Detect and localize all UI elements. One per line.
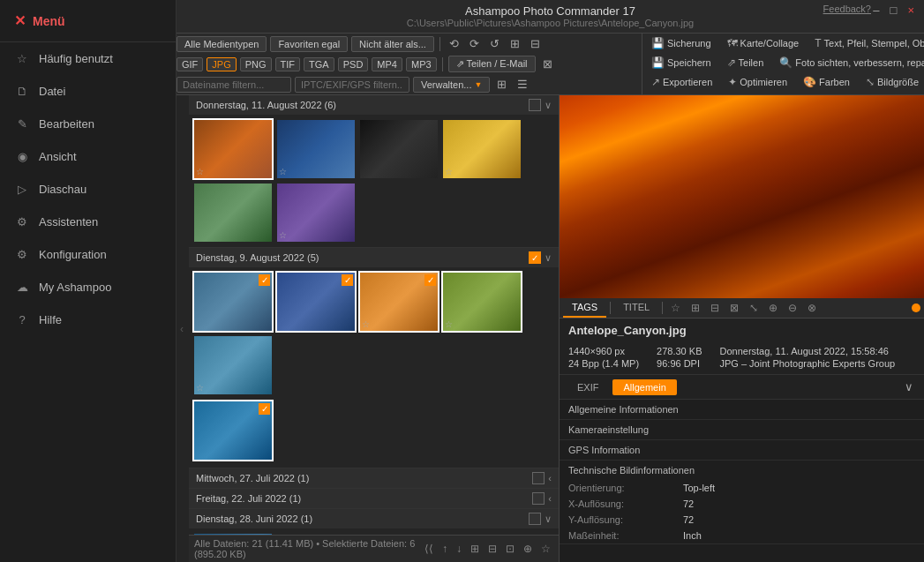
media-type-dropdown[interactable]: Alle Medientypen xyxy=(177,36,267,52)
date-header-4[interactable]: Dienstag, 28. Juni 2022 (1) ∨ xyxy=(189,509,559,528)
karte-button[interactable]: 🗺 Karte/Collage xyxy=(724,35,803,51)
format-psd[interactable]: PSD xyxy=(338,57,369,71)
nav-list-button[interactable]: ⊟ xyxy=(485,542,500,556)
icon1-button[interactable]: ⊞ xyxy=(507,35,523,52)
sicherung-button[interactable]: 💾 Sicherung xyxy=(648,35,715,51)
group-checkbox-2[interactable] xyxy=(532,472,545,484)
tab-icon-5[interactable]: ⊕ xyxy=(764,299,782,317)
filename-filter-input[interactable] xyxy=(177,77,291,93)
date-header-2[interactable]: Mittwoch, 27. Juli 2022 (1) ‹ xyxy=(189,468,559,488)
collapse-arrow-0[interactable]: ∨ xyxy=(545,100,552,111)
foto-sichten-button[interactable]: 🔍 Foto sichten, verbessern, reparieren xyxy=(776,55,924,71)
thumb-1-1[interactable]: ✓ xyxy=(275,271,357,333)
speichern-button[interactable]: 💾 Speichern xyxy=(648,55,715,71)
share-icon-btn[interactable]: ⊠ xyxy=(539,56,556,72)
thumb-0-5[interactable]: ☆ xyxy=(275,182,357,244)
date-header-1[interactable]: Dienstag, 9. August 2022 (5) ✓ ∨ xyxy=(189,248,559,267)
section-title-2[interactable]: GPS Information xyxy=(560,440,924,460)
nav-prev-button[interactable]: ↑ xyxy=(439,542,450,556)
iptc-filter-input[interactable] xyxy=(295,77,409,93)
farben-button[interactable]: 🎨 Farben xyxy=(800,74,853,90)
subtab-allgemein[interactable]: Allgemein xyxy=(612,379,676,395)
nav-star-button[interactable]: ☆ xyxy=(538,542,553,556)
teilen-button[interactable]: ⇗ Teilen xyxy=(724,55,768,71)
icon2-button[interactable]: ⊟ xyxy=(527,35,544,52)
thumb-chk-1-1[interactable]: ✓ xyxy=(342,274,353,286)
thumb-1-4[interactable]: ☆ xyxy=(192,334,274,396)
thumb-0-3[interactable]: ☆ xyxy=(441,118,522,180)
format-tif[interactable]: TIF xyxy=(275,57,301,71)
sidebar-item-ansicht[interactable]: ◉ Ansicht xyxy=(0,140,176,173)
nav-zoom-button[interactable]: ⊕ xyxy=(521,542,535,556)
feedback-link[interactable]: Feedback? xyxy=(823,4,871,14)
thumb-chk-1-0[interactable]: ✓ xyxy=(259,274,270,286)
tab-icon-1[interactable]: ⊞ xyxy=(687,299,704,317)
thumb-1-2[interactable]: ☆ ✓ xyxy=(358,271,439,333)
sidebar-item-datei[interactable]: 🗋 Datei xyxy=(0,75,176,108)
exportieren-button[interactable]: ↗ Exportieren xyxy=(648,74,716,90)
tab-icon-6[interactable]: ⊖ xyxy=(784,299,801,317)
section-title-3[interactable]: Technische Bildinformationen xyxy=(560,461,924,480)
manage-button[interactable]: Verwalten... ▼ xyxy=(413,77,490,93)
tab-icon-2[interactable]: ⊟ xyxy=(706,299,724,317)
bildgroesse-button[interactable]: ⤡ Bildgröße xyxy=(862,74,922,90)
thumb-0-2[interactable] xyxy=(358,118,439,180)
format-mp3[interactable]: MP3 xyxy=(406,57,437,71)
thumb-chk-1-2[interactable]: ✓ xyxy=(424,274,436,286)
tab-icon-7[interactable]: ⊗ xyxy=(803,299,821,317)
browser-scroll-area[interactable]: Donnerstag, 11. August 2022 (6) ∨ ☆ xyxy=(189,95,559,535)
maximize-button[interactable]: □ xyxy=(888,4,900,17)
format-mp4[interactable]: MP4 xyxy=(372,57,402,71)
sidebar-item-hilfe[interactable]: ? Hilfe xyxy=(0,303,176,336)
thumb-0-0[interactable]: ☆ xyxy=(192,118,274,180)
rotate-left-button[interactable]: ⟲ xyxy=(446,35,462,52)
date-header-0[interactable]: Donnerstag, 11. August 2022 (6) ∨ xyxy=(189,95,559,115)
thumb-1-5[interactable]: ✓ xyxy=(192,400,274,461)
format-tga[interactable]: TGA xyxy=(304,57,334,71)
thumb-0-1[interactable]: ☆ xyxy=(275,118,357,180)
thumb-0-4[interactable] xyxy=(192,182,274,244)
section-title-1[interactable]: Kameraeinstellung xyxy=(560,420,924,439)
sidebar-item-assistenten[interactable]: ⚙ Assistenten xyxy=(0,206,176,238)
sidebar-item-diaschau[interactable]: ▷ Diaschau xyxy=(0,173,176,206)
manage-icon1[interactable]: ⊞ xyxy=(493,76,510,93)
thumb-1-0[interactable]: ✓ xyxy=(192,271,274,333)
close-button[interactable]: × xyxy=(905,4,917,17)
scroll-left-button[interactable]: ‹ xyxy=(177,319,187,339)
sidebar-header[interactable]: ✕ Menü xyxy=(0,0,176,42)
nav-first-button[interactable]: ⟨⟨ xyxy=(422,542,436,556)
thumb-1-3[interactable]: ☆ xyxy=(441,271,522,333)
sidebar-item-my-ashampoo[interactable]: ☁ My Ashampoo xyxy=(0,271,176,303)
thumb-chk-1-5[interactable]: ✓ xyxy=(259,403,270,415)
manage-icon2[interactable]: ☰ xyxy=(514,76,531,93)
date-header-3[interactable]: Freitag, 22. Juli 2022 (1) ‹ xyxy=(189,489,559,508)
subtab-exif[interactable]: EXIF xyxy=(567,379,609,395)
format-gif[interactable]: GIF xyxy=(177,57,203,71)
share-button[interactable]: ⇗ Teilen / E-Mail xyxy=(448,56,536,72)
tab-icon-4[interactable]: ⤡ xyxy=(745,299,762,317)
collapse-arrow-3[interactable]: ‹ xyxy=(548,493,552,504)
tab-titel[interactable]: TITEL xyxy=(614,298,658,318)
group-checkbox-4[interactable] xyxy=(529,513,541,525)
minimize-button[interactable]: – xyxy=(870,4,882,17)
group-checkbox-1[interactable]: ✓ xyxy=(529,251,541,264)
rotate-right-button[interactable]: ⟳ xyxy=(466,35,483,52)
group-checkbox-3[interactable] xyxy=(532,492,545,505)
collapse-arrow-1[interactable]: ∨ xyxy=(545,252,552,264)
thumb-4-0[interactable] xyxy=(192,532,274,535)
sidebar-item-bearbeiten[interactable]: ✎ Bearbeiten xyxy=(0,108,176,140)
nav-icons-button[interactable]: ⊞ xyxy=(468,542,482,556)
nav-size-button[interactable]: ⊡ xyxy=(503,542,517,556)
collapse-arrow-2[interactable]: ‹ xyxy=(548,473,552,483)
format-jpg[interactable]: JPG xyxy=(207,57,236,71)
nav-next-button[interactable]: ↓ xyxy=(454,542,464,556)
tab-icon-3[interactable]: ⊠ xyxy=(725,299,743,317)
refresh-button[interactable]: ↺ xyxy=(486,35,503,52)
tab-star-icon[interactable]: ☆ xyxy=(666,299,685,317)
optimieren-button[interactable]: ✦ Optimieren xyxy=(725,74,791,90)
group-checkbox-0[interactable] xyxy=(529,99,541,111)
tab-tags[interactable]: TAGS xyxy=(563,298,606,318)
sidebar-item-haeufig[interactable]: ☆ Häufig benutzt xyxy=(0,42,176,75)
expand-button[interactable]: ∨ xyxy=(901,378,917,395)
favorites-dropdown[interactable]: Favoriten egal xyxy=(270,36,348,52)
